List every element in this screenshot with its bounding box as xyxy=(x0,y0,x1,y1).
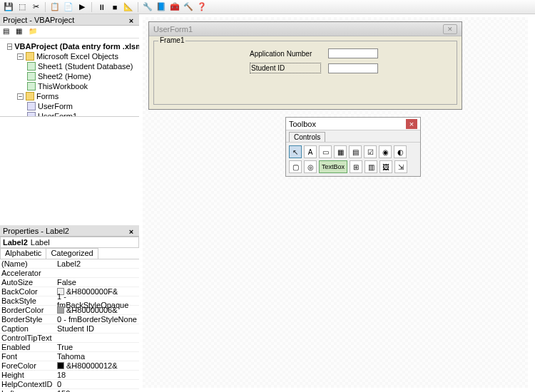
toolbar-button[interactable]: ▶ xyxy=(76,1,88,13)
tool-toggle[interactable]: ◐ xyxy=(394,145,407,158)
sheet-icon xyxy=(27,62,36,71)
userform[interactable]: UserForm1 ✕ Frame1 Application Number St… xyxy=(148,21,462,110)
tool-pointer[interactable]: ↖ xyxy=(289,145,302,158)
tool-checkbox[interactable]: ☑ xyxy=(364,145,377,158)
property-row[interactable]: (Name)Label2 xyxy=(0,259,139,269)
toolbar-button[interactable]: 📋 xyxy=(49,1,61,13)
toolbar-button[interactable]: ✂ xyxy=(30,1,41,13)
view-code-icon[interactable]: ▤ xyxy=(3,27,13,37)
folder-icon[interactable]: 📁 xyxy=(29,27,39,37)
property-row[interactable]: BackStyle1 - fmBackStyleOpaque xyxy=(0,296,139,306)
tool-multipage[interactable]: ▥ xyxy=(365,160,377,173)
tool-combobox[interactable]: ▦ xyxy=(334,145,347,158)
tree-root[interactable]: −VBAProject (Data entry form .xlsm) xyxy=(3,41,136,51)
properties-title: Properties - Label2 × xyxy=(0,225,139,237)
tree-sheet[interactable]: ThisWorkbook xyxy=(3,81,136,91)
property-row[interactable]: Left150 xyxy=(0,389,139,392)
tree-excel-objects[interactable]: −Microsoft Excel Objects xyxy=(3,51,136,61)
label-application-number[interactable]: Application Number xyxy=(250,50,321,58)
properties-tabs: Alphabetic Categorized xyxy=(0,248,139,259)
tool-tabstrip[interactable]: ⊞ xyxy=(350,160,362,173)
tree-form[interactable]: UserForm xyxy=(3,101,136,111)
property-row[interactable]: AutoSizeFalse xyxy=(0,278,139,287)
tool-refedit[interactable]: ⇲ xyxy=(394,160,407,173)
tool-textbox-tool[interactable]: ▭ xyxy=(319,145,332,158)
tool-option[interactable]: ◉ xyxy=(379,145,392,158)
toolbox[interactable]: Toolbox × Controls ↖A▭▦▤☑◉◐▢◎TextBox⊞▥🖼⇲ xyxy=(285,117,421,177)
toolbar-button[interactable]: 📄 xyxy=(63,1,74,13)
project-title-text: Project - VBAProject xyxy=(3,14,74,26)
project-toolbar: ▤ ▦ 📁 xyxy=(0,26,139,38)
sheet-icon xyxy=(27,82,36,91)
view-object-icon[interactable]: ▦ xyxy=(16,27,26,37)
tree-forms[interactable]: −Forms xyxy=(3,91,136,101)
tool-label[interactable]: A xyxy=(304,145,317,158)
form-icon xyxy=(27,102,36,110)
property-row[interactable]: BorderColor&H80000006& xyxy=(0,306,139,315)
tool-textbox-label[interactable]: TextBox xyxy=(319,160,347,173)
property-row[interactable]: Height18 xyxy=(0,371,139,380)
property-row[interactable]: BorderStyle0 - fmBorderStyleNone xyxy=(0,315,139,324)
color-swatch xyxy=(57,306,64,314)
toolbar-button[interactable]: ❓ xyxy=(196,1,208,13)
tree-sheet[interactable]: Sheet2 (Home) xyxy=(3,71,136,81)
project-tree: −VBAProject (Data entry form .xlsm) −Mic… xyxy=(0,38,139,117)
toolbox-titlebar[interactable]: Toolbox × xyxy=(286,118,420,130)
frame1[interactable]: Frame1 Application Number Student ID xyxy=(153,41,457,105)
toolbar-button[interactable]: 💾 xyxy=(3,1,14,13)
close-icon[interactable]: × xyxy=(126,226,136,236)
collapse-icon[interactable]: − xyxy=(17,53,24,60)
main-toolbar: 💾⬚✂📋📄▶⏸■📐🔧📘🧰🔨❓ xyxy=(0,0,535,14)
tree-sheet[interactable]: Sheet1 (Student Database) xyxy=(3,61,136,71)
object-selector[interactable]: Label2 Label xyxy=(0,237,139,248)
toolbar-button[interactable]: 🔧 xyxy=(142,1,153,13)
project-panel-title: Project - VBAProject × xyxy=(0,14,139,26)
tab-categorized[interactable]: Categorized xyxy=(46,248,98,259)
close-icon[interactable]: × xyxy=(406,119,417,129)
tab-controls[interactable]: Controls xyxy=(289,132,325,142)
property-row[interactable]: FontTahoma xyxy=(0,352,139,361)
folder-icon xyxy=(26,52,34,61)
textbox-student-id[interactable] xyxy=(328,63,378,73)
tree-form[interactable]: UserForm1 xyxy=(3,111,136,117)
textbox-application-number[interactable] xyxy=(328,48,378,58)
toolbar-button[interactable]: 📘 xyxy=(156,1,167,13)
label-student-id[interactable]: Student ID xyxy=(250,63,321,73)
tool-frame[interactable]: ▢ xyxy=(289,160,302,173)
frame-caption: Frame1 xyxy=(158,36,185,44)
property-row[interactable]: Accelerator xyxy=(0,269,139,278)
userform-titlebar[interactable]: UserForm1 ✕ xyxy=(149,22,462,36)
toolbar-button[interactable]: ■ xyxy=(109,1,121,13)
sheet-icon xyxy=(27,72,36,81)
form-designer-canvas[interactable]: UserForm1 ✕ Frame1 Application Number St… xyxy=(143,17,528,388)
property-row[interactable]: ControlTipText xyxy=(0,334,139,343)
toolbar-button[interactable]: 🧰 xyxy=(169,1,180,13)
folder-icon xyxy=(26,92,34,100)
close-icon[interactable]: × xyxy=(126,15,136,25)
property-row[interactable]: EnabledTrue xyxy=(0,343,139,352)
property-row[interactable]: CaptionStudent ID xyxy=(0,324,139,334)
toolbar-button[interactable]: 🔨 xyxy=(183,1,194,13)
color-swatch xyxy=(57,362,64,369)
tool-image[interactable]: 🖼 xyxy=(379,160,392,173)
tool-command[interactable]: ◎ xyxy=(304,160,317,173)
property-row[interactable]: ForeColor&H80000012& xyxy=(0,361,139,371)
toolbox-controls: ↖A▭▦▤☑◉◐▢◎TextBox⊞▥🖼⇲ xyxy=(286,142,420,176)
property-row[interactable]: HelpContextID0 xyxy=(0,380,139,389)
toolbar-button[interactable]: ⏸ xyxy=(96,1,107,13)
collapse-icon[interactable]: − xyxy=(17,93,24,100)
tab-alphabetic[interactable]: Alphabetic xyxy=(0,248,46,259)
toolbar-button[interactable]: ⬚ xyxy=(16,1,28,13)
tool-listbox[interactable]: ▤ xyxy=(349,145,362,158)
properties-grid: (Name)Label2AcceleratorAutoSizeFalseBack… xyxy=(0,259,139,392)
toolbar-button[interactable]: 📐 xyxy=(123,1,134,13)
properties-panel: Properties - Label2 × Label2 Label Alpha… xyxy=(0,225,139,392)
close-icon[interactable]: ✕ xyxy=(443,24,457,34)
form-icon xyxy=(27,112,36,117)
collapse-icon[interactable]: − xyxy=(7,43,12,50)
